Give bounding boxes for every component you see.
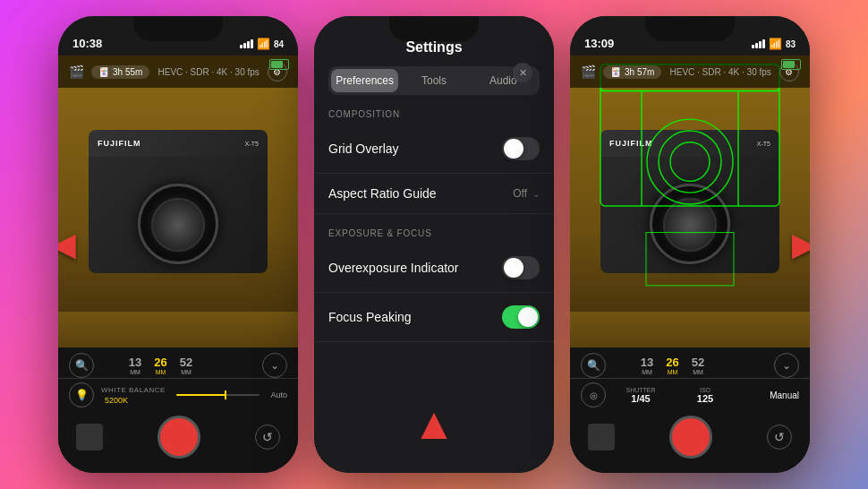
overexposure-toggle[interactable] [502,256,540,279]
grid-overlay-item: Grid Overlay [314,124,554,174]
top-overlay: 🎬 🃏 3h 55m HEVC · SDR · 4K · 30 fps ⚙ [58,56,298,88]
grid-overlay-label: Grid Overlay [328,142,502,156]
right-time: 13:09 [584,37,614,50]
shutter-label: SHUTTER [611,387,670,393]
storage-badge: 🃏 3h 55m [91,65,149,79]
focal-13[interactable]: 13 MM [129,356,141,375]
focus-peaking-toggle[interactable] [502,305,540,329]
right-storage-badge: 🃏 3h 57m [603,65,661,79]
right-brand-text: FUJIFILM [609,139,653,148]
shutter-icon[interactable]: ◎ [581,382,606,408]
right-codec-info: HEVC · SDR · 4K · 30 fps [669,67,770,77]
focal-26[interactable]: 26 MM [154,356,166,375]
right-status-bar: 13:09 📶 83 [570,16,810,56]
tab-preferences[interactable]: Preferences [331,69,398,92]
exposure-header: EXPOSURE & FOCUS [314,214,554,244]
right-storage-time: 3h 57m [625,67,654,77]
settings-screen: Settings ✕ Preferences Tools Audio COMPO… [314,16,554,473]
aspect-ratio-item: Aspect Ratio Guide Off ⌄ [314,174,554,214]
right-viewfinder: FUJIFILM X-T5 [570,56,810,347]
wb-label: WHITE BALANCE [101,386,166,394]
settings-close-button[interactable]: ✕ [513,63,532,82]
record-button[interactable] [160,418,198,456]
model-text: X-T5 [245,141,259,147]
grid-overlay-toggle[interactable] [502,137,540,160]
right-camera-icon: 🎬 [581,64,596,79]
right-battery-indicator [781,59,801,70]
codec-info: HEVC · SDR · 4K · 30 fps [157,67,259,77]
right-battery: 83 [786,39,796,49]
settings-handle [418,25,450,29]
right-red-arrow: ▶ [792,228,810,261]
focal-52[interactable]: 52 MM [180,356,192,375]
shutter-value: 1/45 [611,393,670,404]
left-camera-screen: 10:38 📶 84 🎬 🃏 3h 55m HEVC · SDR · 4K · … [58,16,298,473]
camera-lens [138,184,218,264]
left-phone: ◀ 10:38 📶 84 🎬 🃏 3h 55m H [58,16,298,473]
iso-value: 125 [676,393,735,404]
battery-indicator [269,59,289,70]
storage-time: 3h 55m [113,67,142,77]
right-camera-buttons: ↺ [570,411,810,459]
mode-value: Manual [740,390,799,400]
tab-tools[interactable]: Tools [400,69,467,92]
bottom-controls: 🔍 13 MM 26 MM 52 MM ⌄ [58,347,298,473]
iso-label: ISO [676,387,735,393]
right-expand-icon[interactable]: ⌄ [774,353,799,378]
focus-peaking-item: Focus Peaking [314,293,554,342]
right-wifi-icon: 📶 [769,38,782,50]
composition-header: COMPOSITION [314,95,554,124]
right-record-button[interactable] [672,418,710,456]
storage-icon: 🃏 [98,67,109,77]
shutter-iso-row: ◎ SHUTTER 1/45 ISO 125 Manual [570,378,810,411]
mode-display: Manual [740,390,799,400]
overexposure-item: Overexposure Indicator [314,244,554,293]
right-top-overlay: 🎬 🃏 3h 57m HEVC · SDR · 4K · 30 fps ⚙ [570,56,810,88]
thumbnail-button[interactable] [76,424,103,450]
annotation-up-arrow: ▲ [412,401,456,446]
signal-icon [240,39,253,48]
settings-title: Settings [314,29,554,66]
right-rotate-button[interactable]: ↺ [767,425,792,450]
right-thumbnail-button[interactable] [588,424,615,450]
aspect-ratio-value: Off [513,187,527,200]
right-storage-icon: 🃏 [610,67,621,77]
camera-buttons: ↺ [58,411,298,459]
status-bar: 10:38 📶 84 [58,16,298,56]
right-model-text: X-T5 [757,141,770,147]
aspect-ratio-label: Aspect Ratio Guide [328,186,513,201]
brand-text: FUJIFILM [98,139,141,148]
settings-tabs: Preferences Tools Audio [328,66,540,95]
right-focal-13[interactable]: 13 MM [641,356,653,375]
right-signal-icon [752,39,765,48]
overexposure-label: Overexposure Indicator [328,261,502,275]
right-camera-screen: 13:09 📶 83 🎬 🃏 3h 57m HEVC · SDR · 4K · … [570,16,810,473]
right-focal-52[interactable]: 52 MM [692,356,704,375]
focus-peaking-label: Focus Peaking [328,310,502,324]
right-bottom-controls: 🔍 13 MM 26 MM 52 MM ⌄ [570,347,810,473]
wifi-icon: 📶 [257,38,270,50]
wb-auto: Auto [270,390,287,399]
shutter-display: SHUTTER 1/45 [611,387,670,404]
wb-slider[interactable] [176,394,260,396]
time: 10:38 [72,37,102,50]
wb-icon[interactable]: 💡 [69,382,94,408]
battery: 84 [274,39,284,49]
wb-row: 💡 WHITE BALANCE 5200K Auto [58,378,298,411]
right-focal-26[interactable]: 26 MM [666,356,678,375]
viewfinder: FUJIFILM X-T5 [58,56,298,347]
expand-icon[interactable]: ⌄ [262,353,287,378]
left-red-arrow: ◀ [58,228,76,261]
settings-phone: Settings ✕ Preferences Tools Audio COMPO… [314,16,554,473]
camera-mode-icon: 🎬 [69,64,84,79]
zoom-icon[interactable]: 🔍 [69,353,94,378]
right-zoom-icon[interactable]: 🔍 [581,353,606,378]
iso-display: ISO 125 [676,387,735,404]
rotate-button[interactable]: ↺ [255,425,280,450]
aspect-ratio-chevron[interactable]: ⌄ [532,189,540,199]
wb-temp: 5200K [105,396,166,405]
right-phone: ▶ 13:09 📶 83 🎬 🃏 3h 57m HEV [570,16,810,473]
